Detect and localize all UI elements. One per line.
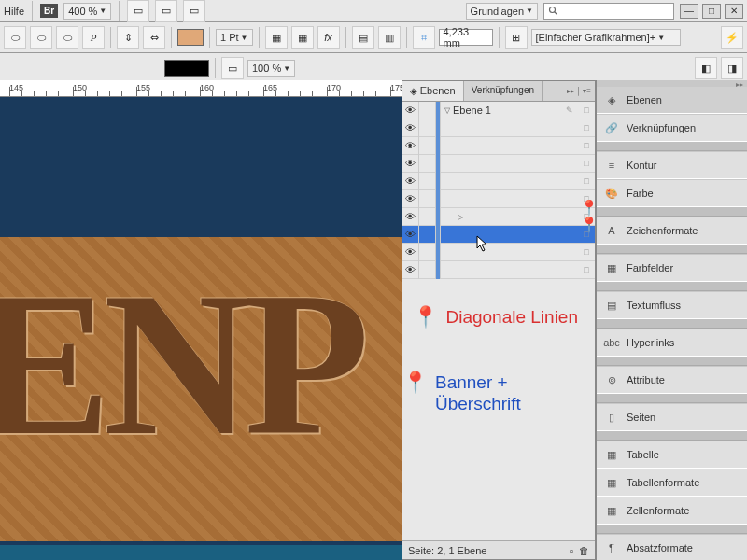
- lock-toggle[interactable]: [419, 244, 436, 261]
- frame-icon[interactable]: ⊞: [505, 26, 528, 49]
- menu-help[interactable]: Hilfe: [4, 6, 24, 17]
- tab-layers[interactable]: ◈ Ebenen: [402, 81, 464, 101]
- layer-row[interactable]: 👁□: [402, 137, 595, 155]
- layer-row[interactable]: 👁□: [402, 190, 595, 208]
- fx-icon[interactable]: fx: [317, 26, 340, 49]
- panel-item-wrap[interactable]: ▤Textumfluss: [597, 291, 747, 319]
- maximize-button[interactable]: □: [702, 4, 721, 19]
- panel-item-swatch[interactable]: ▦Farbfelder: [597, 254, 747, 282]
- layer-row[interactable]: 👁□: [402, 244, 595, 261]
- panel-item-link[interactable]: 🔗Verknüpfungen: [597, 114, 747, 142]
- tfmt-icon: ▦: [604, 475, 619, 490]
- layer-row[interactable]: 👁▷□: [402, 208, 595, 226]
- fx-icon[interactable]: ▦: [265, 26, 288, 49]
- lock-toggle[interactable]: [419, 261, 436, 279]
- align-icon[interactable]: ▥: [378, 26, 401, 49]
- arrange-icon[interactable]: ▭: [183, 0, 205, 22]
- panel-item-cfmt[interactable]: ▦Zellenformate: [597, 497, 747, 525]
- tab-links[interactable]: Verknüpfungen: [464, 81, 543, 101]
- visibility-icon[interactable]: 👁: [402, 208, 419, 226]
- tool-icon[interactable]: ⇔: [143, 26, 165, 49]
- tool-icon[interactable]: ◧: [695, 57, 717, 79]
- minimize-button[interactable]: —: [680, 4, 698, 19]
- right-panel: ▸▸ ◈Ebenen🔗Verknüpfungen≡Kontur🎨FarbeAZe…: [596, 80, 747, 560]
- visibility-icon[interactable]: 👁: [402, 155, 419, 173]
- workspace-dropdown[interactable]: Grundlagen▼: [466, 3, 538, 20]
- panel-label: Textumfluss: [627, 300, 681, 311]
- delete-layer-icon[interactable]: 🗑: [579, 545, 589, 556]
- search-icon: [548, 6, 559, 17]
- tool-icon[interactable]: ▭: [221, 57, 244, 79]
- visibility-icon[interactable]: 👁: [402, 244, 419, 261]
- visibility-icon[interactable]: 👁: [402, 173, 419, 190]
- panel-item-hyper[interactable]: abcHyperlinks: [597, 329, 747, 357]
- panel-item-color[interactable]: 🎨Farbe: [597, 179, 747, 207]
- zoom-dropdown[interactable]: 400 %▼: [63, 3, 111, 20]
- layer-row[interactable]: 👁□: [402, 119, 595, 137]
- bridge-badge[interactable]: Br: [40, 4, 58, 18]
- layer-row[interactable]: 👁□: [402, 173, 595, 190]
- lock-toggle[interactable]: [419, 190, 436, 208]
- lock-toggle[interactable]: [419, 102, 436, 119]
- expand-icon[interactable]: ▷: [458, 213, 463, 221]
- view-mode-icon[interactable]: ▭: [127, 0, 149, 22]
- ruler: 145150155160165170175: [0, 80, 402, 97]
- expand-icon[interactable]: ▽: [444, 106, 450, 115]
- panel-label: Tabellenformate: [627, 477, 699, 488]
- lock-toggle[interactable]: [419, 137, 436, 155]
- lock-toggle[interactable]: [419, 173, 436, 190]
- lock-toggle[interactable]: [419, 119, 436, 137]
- lock-toggle[interactable]: [419, 226, 436, 244]
- fill-swatch[interactable]: [177, 29, 204, 46]
- screen-mode-icon[interactable]: ▭: [155, 0, 177, 22]
- panel-menu-icon[interactable]: ▸▸ │ ▾≡: [563, 81, 595, 101]
- panel-item-para[interactable]: ¶Absatzformate: [597, 534, 747, 560]
- panel-item-pages[interactable]: ▯Seiten: [597, 403, 747, 431]
- document-canvas[interactable]: ENP: [0, 97, 402, 560]
- visibility-icon[interactable]: 👁: [402, 137, 419, 155]
- toolbar-1: ⬭ ⬭ ⬭ P ⇕ ⇔ 1 Pt▼ ▦ ▦ fx ▤ ▥ ⌗ 4,233 mm …: [0, 22, 747, 53]
- visibility-icon[interactable]: 👁: [402, 261, 419, 279]
- panel-item-tfmt[interactable]: ▦Tabellenformate: [597, 469, 747, 497]
- panel-item-table[interactable]: ▦Tabelle: [597, 441, 747, 469]
- panel-label: Absatzformate: [627, 542, 693, 553]
- bolt-icon[interactable]: ⚡: [721, 26, 743, 49]
- new-layer-icon[interactable]: ▫: [570, 545, 573, 556]
- panel-item-layers[interactable]: ◈Ebenen: [597, 86, 747, 114]
- panel-item-stroke[interactable]: ≡Kontur: [597, 151, 747, 179]
- tool-icon[interactable]: ⬭: [56, 26, 78, 49]
- measure-input[interactable]: 4,233 mm: [439, 29, 493, 46]
- layer-row[interactable]: 👁□: [402, 261, 595, 279]
- panel-item-char[interactable]: AZeichenformate: [597, 217, 747, 245]
- visibility-icon[interactable]: 👁: [402, 102, 419, 119]
- frame-style-dropdown[interactable]: [Einfacher Grafikrahmen]+▼: [531, 29, 681, 46]
- tool-p[interactable]: P: [82, 26, 105, 49]
- wrap-icon: ▤: [604, 298, 619, 313]
- panel-label: Ebenen: [627, 94, 662, 105]
- opacity-dropdown[interactable]: 100 %▼: [247, 60, 295, 77]
- layer-row[interactable]: 👁□: [402, 155, 595, 173]
- tool-icon[interactable]: ⬭: [30, 26, 52, 49]
- color-icon: 🎨: [604, 186, 619, 201]
- visibility-icon[interactable]: 👁: [402, 190, 419, 208]
- layer-row[interactable]: 👁□: [402, 226, 595, 244]
- layer-row-root[interactable]: 👁 ▽Ebene 1 ✎ □: [402, 102, 595, 119]
- tool-icon[interactable]: ◨: [721, 57, 743, 79]
- para-icon: ¶: [604, 540, 619, 555]
- lock-toggle[interactable]: [419, 208, 436, 226]
- search-input[interactable]: [543, 3, 674, 20]
- panel-label: Kontur: [627, 160, 656, 171]
- tool-icon[interactable]: ⇕: [117, 26, 139, 49]
- crop-icon[interactable]: ⌗: [413, 26, 435, 49]
- stroke-swatch[interactable]: [164, 60, 209, 77]
- svg-point-0: [550, 7, 556, 12]
- panel-item-attr[interactable]: ⊚Attribute: [597, 366, 747, 394]
- stroke-weight[interactable]: 1 Pt▼: [216, 29, 253, 46]
- tool-icon[interactable]: ⬭: [4, 26, 26, 49]
- close-button[interactable]: ✕: [725, 4, 743, 19]
- visibility-icon[interactable]: 👁: [402, 226, 419, 244]
- lock-toggle[interactable]: [419, 155, 436, 173]
- fx-icon[interactable]: ▦: [291, 26, 314, 49]
- align-icon[interactable]: ▤: [352, 26, 374, 49]
- visibility-icon[interactable]: 👁: [402, 119, 419, 137]
